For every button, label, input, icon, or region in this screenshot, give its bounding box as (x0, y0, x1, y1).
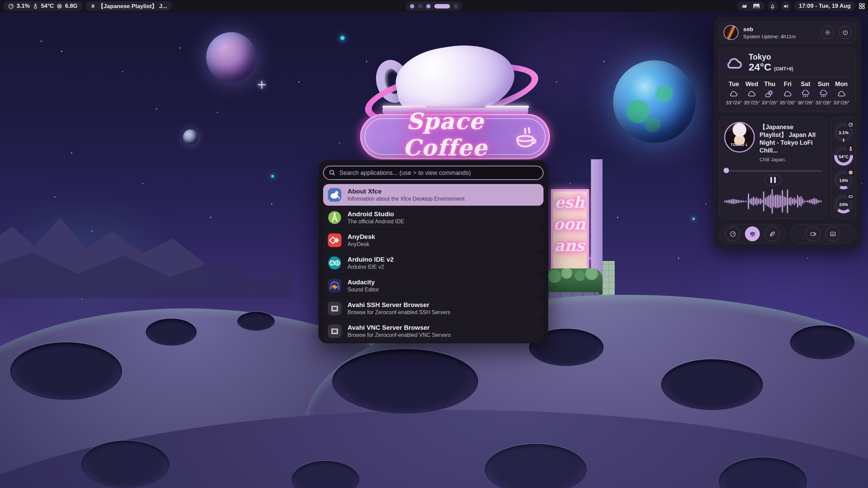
app-name: Audacity (348, 279, 379, 286)
performance-profile-button[interactable] (725, 226, 740, 241)
bright-star (271, 175, 274, 178)
app-description: Sound Editor (348, 287, 379, 293)
tray-pill[interactable] (737, 1, 765, 11)
disk-gauge-value: 24% (834, 202, 853, 207)
user-card: seb System Uptime: 4h11m (719, 22, 856, 43)
divider (725, 77, 850, 77)
workspace-dot-occupied[interactable] (426, 4, 431, 8)
window-neon-word: oon (553, 213, 587, 235)
sign-text: Space Coffee (361, 108, 529, 161)
bright-star (340, 36, 344, 40)
now-playing-pill[interactable]: 【Japanese Playlist】 J... (86, 1, 172, 11)
rain-icon (801, 90, 811, 98)
app-list: About Xfce Information about the Xfce De… (323, 184, 544, 342)
app-name: Avahi SSH Server Browser (348, 302, 450, 308)
clock[interactable]: 17:09 - Tue, 19 Aug (794, 1, 855, 11)
system-gauges-card: 3.1% 54°C 14% 24% (831, 117, 856, 219)
cpu-gauge: 3.1% (834, 121, 853, 142)
weather-city: Tokyo (749, 53, 793, 61)
app-name: AnyDesk (348, 233, 375, 240)
app-row-android-studio[interactable]: Android Studio The official Android IDE (323, 207, 544, 228)
app-description: Information about the Xfce Desktop Envir… (348, 196, 465, 202)
workspace-dot-empty[interactable] (454, 4, 458, 8)
volume-icon (783, 3, 789, 9)
screenshot-icon (830, 231, 836, 237)
app-row-about-xfce[interactable]: About Xfce Information about the Xfce De… (323, 184, 544, 206)
forecast-day: Sun 33°/26° (814, 81, 832, 105)
app-description: Browse for Zeroconf-enabled VNC Servers (348, 332, 451, 338)
app-row-audacity[interactable]: Audacity Sound Editor (323, 275, 544, 297)
temperature-gauge-value: 54°C (834, 154, 853, 159)
powersave-profile-button[interactable] (765, 226, 780, 241)
progress-knob[interactable] (724, 168, 729, 173)
shop-window: esh oon ans (551, 189, 589, 274)
app-row-anydesk[interactable]: AnyDesk AnyDesk (323, 229, 544, 251)
xfce-icon (327, 187, 342, 202)
weather-temperature: 24°C (749, 61, 771, 73)
earth-planet (613, 60, 696, 143)
cloud-icon (783, 90, 793, 98)
now-playing-title: 【Japanese Playlist】 J... (98, 2, 167, 10)
screen-record-button[interactable] (806, 226, 821, 241)
dashboard-panel: seb System Uptime: 4h11m Tokyo 24°C (GMT… (714, 17, 862, 248)
user-name: seb (743, 26, 816, 33)
audacity-icon (327, 278, 342, 293)
balanced-profile-button[interactable] (745, 226, 760, 241)
cpu-gauge-value: 3.1% (834, 130, 853, 135)
android-studio-icon (327, 210, 342, 225)
app-name: Avahi VNC Server Browser (348, 324, 451, 331)
wallpaper-icon (753, 3, 760, 9)
chip-icon (848, 170, 853, 175)
capture-group (790, 224, 856, 244)
volume-button[interactable] (781, 1, 791, 11)
crater (81, 441, 170, 488)
memory-gauge-value: 14% (834, 178, 853, 183)
app-description: Arduino IDE v2 (348, 264, 394, 270)
crater (661, 359, 763, 410)
power-button[interactable] (839, 26, 852, 39)
coffee-cup-icon (511, 124, 537, 152)
notifications-button[interactable] (768, 1, 778, 11)
workspace-dot-active[interactable] (434, 4, 450, 8)
disk-gauge: 24% (834, 193, 853, 214)
media-player-card: TOKYO L 【Japanese Playlist】 Japan All Ni… (719, 117, 827, 219)
anydesk-icon (327, 233, 342, 248)
crater (237, 312, 275, 331)
media-title: 【Japanese Playlist】 Japan All Night - To… (760, 123, 822, 155)
app-description: AnyDesk (348, 241, 375, 247)
workspace-dot-occupied[interactable] (410, 4, 414, 8)
sparkle-star (261, 84, 262, 85)
leaf-icon (769, 231, 775, 237)
chip-icon (57, 3, 62, 9)
forecast-day: Thu 33°/26° (761, 81, 779, 105)
workspace-indicator[interactable] (406, 1, 462, 11)
forecast-row: Tue 33°/24° Wed 35°/25° Thu 33°/26° Fri … (725, 81, 850, 105)
speedometer-icon (730, 231, 736, 237)
workspace-dot-empty[interactable] (418, 4, 422, 8)
progress-track (724, 170, 822, 172)
disk-icon (848, 194, 853, 199)
album-art: TOKYO L (724, 122, 755, 152)
bright-star (692, 218, 695, 220)
clock-text: 17:09 - Tue, 19 Aug (799, 3, 851, 9)
settings-button[interactable] (821, 26, 834, 39)
cloud-icon (836, 90, 847, 98)
apps-grid-icon[interactable] (859, 3, 865, 9)
app-name: About Xfce (348, 188, 465, 195)
weather-cloud-icon (725, 56, 744, 70)
forecast-day: Sat 36°/26° (796, 81, 814, 105)
app-row-avahi-vnc[interactable]: Avahi VNC Server Browser Browse for Zero… (323, 320, 544, 342)
screenshot-button[interactable] (825, 226, 840, 241)
media-subtitle: Chill Japan. (760, 157, 822, 162)
thermometer-icon (848, 146, 853, 151)
media-progress-bar[interactable] (724, 168, 822, 171)
sun-cloud-icon (765, 90, 775, 98)
app-row-avahi-ssh[interactable]: Avahi SSH Server Browser Browse for Zero… (323, 298, 544, 319)
purple-planet (206, 32, 256, 82)
weather-card: Tokyo 24°C (GMT+9) Tue 33°/24° Wed 35°/2… (719, 48, 856, 112)
search-input[interactable] (323, 166, 544, 180)
play-pause-button[interactable] (764, 175, 782, 186)
pause-icon (91, 4, 95, 8)
app-row-arduino[interactable]: Arduino IDE v2 Arduino IDE v2 (323, 252, 544, 274)
system-stats-pill[interactable]: 3.1% 54°C 6.8G (3, 1, 82, 11)
